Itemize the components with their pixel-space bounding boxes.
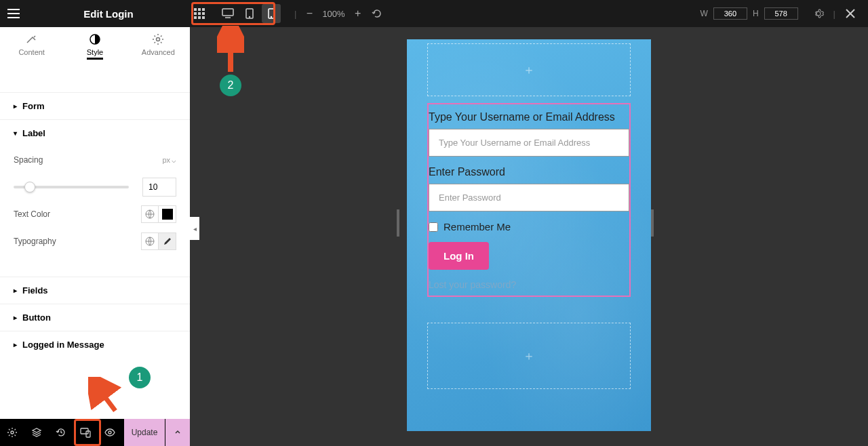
globe-icon[interactable]	[141, 205, 159, 223]
top-bar: Edit Login | − 100% + W H |	[0, 0, 868, 27]
panel-tabs: Content Style Advanced	[0, 27, 190, 65]
canvas-height-input[interactable]	[764, 7, 798, 20]
svg-rect-6	[194, 12, 197, 15]
canvas-area: ＋ Type Your Username or Email Address En…	[190, 27, 868, 446]
username-input[interactable]	[429, 129, 629, 157]
zoom-in-button[interactable]: +	[352, 7, 364, 20]
remember-label: Remember Me	[443, 221, 511, 232]
responsive-mode-button[interactable]	[73, 419, 98, 446]
zoom-value: 100%	[322, 9, 344, 19]
desktop-device-button[interactable]	[218, 4, 237, 23]
svg-point-17	[271, 17, 272, 18]
svg-point-21	[157, 37, 160, 41]
update-options-button[interactable]	[165, 419, 190, 446]
lost-password-link[interactable]: Lost your password?	[429, 279, 629, 290]
username-label: Type Your Username or Email Address	[429, 111, 629, 123]
chevron-right-icon: ▸	[14, 314, 17, 321]
label-controls: Spacing px ⌵ Text Color Typography	[0, 146, 190, 263]
svg-rect-4	[198, 8, 201, 11]
resize-handle-right[interactable]	[651, 209, 654, 237]
plus-icon: ＋	[523, 348, 535, 364]
section-form[interactable]: ▸Form	[0, 92, 190, 119]
spacing-slider[interactable]	[14, 186, 129, 188]
empty-section-bottom[interactable]: ＋	[427, 323, 631, 389]
mobile-preview-frame: ＋ Type Your Username or Email Address En…	[407, 39, 651, 431]
preview-icon[interactable]	[98, 419, 122, 446]
chevron-down-icon: ▾	[14, 129, 17, 137]
tab-content[interactable]: Content	[0, 27, 63, 65]
tab-style[interactable]: Style	[63, 27, 126, 65]
section-label[interactable]: ▾Label	[0, 119, 190, 146]
login-button[interactable]: Log In	[429, 242, 489, 270]
password-input[interactable]	[429, 184, 629, 211]
section-logged-in[interactable]: ▸Logged in Message	[0, 331, 190, 358]
close-icon[interactable]	[841, 4, 860, 23]
svg-rect-7	[198, 12, 201, 15]
annotation-badge-2: 2	[220, 75, 241, 96]
tab-label: Advanced	[142, 48, 175, 60]
svg-line-28	[95, 384, 115, 411]
panel-collapse-handle[interactable]: ◂	[190, 217, 199, 240]
color-picker-button[interactable]	[159, 205, 176, 223]
width-label: W	[701, 9, 708, 18]
tab-label: Content	[18, 48, 45, 60]
resize-handle-left[interactable]	[397, 209, 399, 237]
update-button[interactable]: Update	[124, 419, 165, 446]
bottom-bar: Update	[0, 419, 190, 446]
remember-me-row[interactable]: Remember Me	[429, 221, 629, 232]
height-label: H	[753, 9, 759, 18]
edit-typography-button[interactable]	[159, 232, 176, 250]
annotation-arrow-2	[217, 26, 244, 75]
zoom-controls: | − 100% +	[294, 7, 383, 20]
annotation-badge-1: 1	[129, 367, 151, 388]
panel-title: Edit Login	[27, 8, 190, 20]
chevron-right-icon: ▸	[14, 102, 17, 110]
globe-icon[interactable]	[141, 232, 159, 250]
svg-point-15	[250, 17, 250, 18]
spacing-input[interactable]	[142, 178, 176, 197]
tablet-device-button[interactable]	[240, 4, 259, 23]
svg-rect-8	[202, 12, 205, 15]
section-button[interactable]: ▸Button	[0, 304, 190, 331]
chevron-right-icon: ▸	[14, 287, 17, 294]
panel-body: ▸Form ▾Label Spacing px ⌵ Text Color Typ…	[0, 65, 190, 419]
history-icon[interactable]	[49, 419, 73, 446]
stack-icon[interactable]	[24, 419, 49, 446]
svg-rect-12	[222, 9, 233, 16]
device-switcher	[217, 3, 282, 24]
svg-rect-11	[202, 16, 205, 19]
spacing-label: Spacing	[14, 155, 43, 165]
hamburger-menu-button[interactable]	[0, 0, 27, 27]
svg-rect-10	[198, 16, 201, 19]
text-color-label: Text Color	[14, 209, 50, 219]
svg-rect-3	[194, 8, 197, 11]
annotation-arrow-1	[88, 377, 122, 418]
svg-rect-5	[202, 8, 205, 11]
navigator-icon[interactable]	[190, 4, 209, 23]
password-label: Enter Password	[429, 166, 629, 178]
canvas-size-inputs: W H |	[701, 4, 860, 23]
editor-panel: Content Style Advanced ▸Form ▾Label Spac…	[0, 27, 190, 419]
tab-advanced[interactable]: Advanced	[127, 27, 190, 65]
settings-icon[interactable]	[809, 4, 828, 23]
typography-label: Typography	[14, 237, 56, 246]
section-fields[interactable]: ▸Fields	[0, 277, 190, 304]
plus-icon: ＋	[523, 62, 535, 78]
remember-checkbox[interactable]	[429, 222, 438, 232]
undo-button[interactable]	[371, 7, 383, 20]
spacing-unit[interactable]: px ⌵	[162, 156, 176, 165]
login-form-widget[interactable]: Type Your Username or Email Address Ente…	[427, 103, 631, 297]
canvas-width-input[interactable]	[713, 7, 747, 20]
empty-section-top[interactable]: ＋	[427, 43, 631, 96]
tab-label: Style	[87, 48, 103, 60]
svg-point-27	[108, 431, 111, 434]
settings-icon[interactable]	[0, 419, 24, 446]
mobile-device-button[interactable]	[262, 4, 281, 23]
chevron-right-icon: ▸	[14, 341, 17, 348]
svg-point-24	[11, 431, 14, 434]
svg-rect-9	[194, 16, 197, 19]
slider-handle[interactable]	[24, 182, 35, 192]
zoom-out-button[interactable]: −	[303, 7, 315, 20]
